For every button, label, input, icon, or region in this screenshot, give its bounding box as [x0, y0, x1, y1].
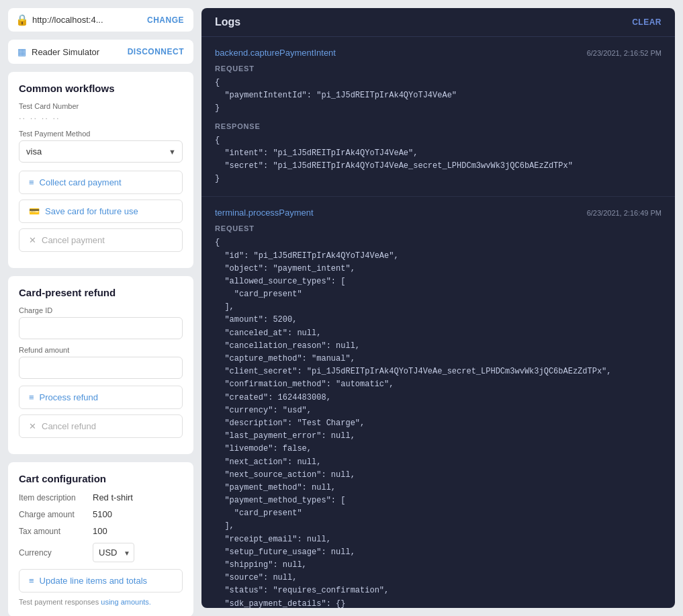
log-method-2: terminal.processPayment [215, 208, 314, 218]
tax-amount-row: Tax amount 100 [19, 526, 183, 536]
cancel-payment-icon: ✕ [29, 235, 36, 245]
card-number-value: ·· ·· ·· ·· [19, 113, 183, 123]
process-refund-label: Process refund [40, 392, 98, 402]
url-text: http://localhost:4... [32, 15, 103, 25]
url-bar-card: 🔒 http://localhost:4... CHANGE [8, 8, 193, 32]
charge-id-label: Charge ID [19, 306, 183, 314]
disconnect-button[interactable]: DISCONNECT [128, 47, 184, 56]
logs-panel: Logs CLEAR backend.capturePaymentIntent … [201, 8, 675, 608]
log-request-label-2: REQUEST [215, 224, 662, 232]
logs-body[interactable]: backend.capturePaymentIntent 6/23/2021, … [201, 37, 675, 608]
log-entry-1: backend.capturePaymentIntent 6/23/2021, … [201, 37, 675, 197]
update-label: Update line items and totals [40, 576, 147, 586]
left-panel: 🔒 http://localhost:4... CHANGE ▦ Reader … [0, 0, 201, 616]
collect-card-icon: ≡ [29, 177, 34, 187]
process-refund-button[interactable]: ≡ Process refund [19, 386, 183, 409]
footer-text: Test payment responses using amounts. [19, 598, 183, 606]
log-response-label-1: RESPONSE [215, 122, 662, 130]
reader-icon: ▦ [17, 46, 26, 57]
payment-method-select[interactable]: visa mastercard amex [19, 140, 183, 163]
reader-name: Reader Simulator [32, 47, 99, 57]
workflows-title: Common workflows [19, 83, 183, 94]
currency-row: Currency USD EUR GBP ▼ [19, 543, 183, 562]
workflows-card: Common workflows Test Card Number ·· ·· … [8, 72, 193, 268]
log-request-body-2: { "id": "pi_1J5dREITpIrAk4QYoTJ4VeAe", "… [215, 236, 662, 608]
cancel-payment-label: Cancel payment [42, 235, 105, 245]
item-description-value: Red t-shirt [93, 492, 183, 502]
cart-card: Cart configuration Item description Red … [8, 462, 193, 616]
lock-icon: 🔒 [17, 15, 27, 25]
charge-id-input[interactable] [19, 317, 183, 339]
log-method-1: backend.capturePaymentIntent [215, 48, 336, 58]
process-refund-icon: ≡ [29, 392, 34, 402]
footer-text-content: Test payment responses [19, 598, 101, 606]
log-header-row-1: backend.capturePaymentIntent 6/23/2021, … [215, 48, 662, 58]
log-entry-2: terminal.processPayment 6/23/2021, 2:16:… [201, 197, 675, 608]
refund-title: Card-present refund [19, 287, 183, 298]
logs-title: Logs [215, 16, 240, 28]
item-description-label: Item description [19, 493, 93, 502]
clear-button[interactable]: CLEAR [632, 17, 662, 27]
card-number-label: Test Card Number [19, 102, 183, 110]
refund-amount-input[interactable] [19, 357, 183, 379]
save-card-label: Save card for future use [45, 206, 138, 216]
item-description-row: Item description Red t-shirt [19, 492, 183, 502]
log-response-body-1: { "intent": "pi_1J5dREITpIrAk4QYoTJ4VeAe… [215, 134, 662, 186]
payment-method-group: Test Payment Method visa mastercard amex… [19, 130, 183, 163]
charge-amount-row: Charge amount 5100 [19, 509, 183, 519]
cart-title: Cart configuration [19, 473, 183, 484]
currency-label: Currency [19, 548, 93, 558]
collect-card-button[interactable]: ≡ Collect card payment [19, 171, 183, 194]
charge-amount-label: Charge amount [19, 510, 93, 519]
cancel-refund-label: Cancel refund [42, 421, 96, 431]
url-left: 🔒 http://localhost:4... [17, 15, 103, 25]
save-card-icon: 💳 [29, 206, 40, 216]
footer-link[interactable]: using amounts. [101, 598, 151, 606]
log-timestamp-1: 6/23/2021, 2:16:52 PM [587, 49, 662, 57]
reader-left: ▦ Reader Simulator [17, 46, 99, 57]
save-card-button[interactable]: 💳 Save card for future use [19, 200, 183, 223]
currency-select-wrapper: USD EUR GBP ▼ [93, 543, 134, 562]
logs-header: Logs CLEAR [201, 8, 675, 37]
tax-amount-label: Tax amount [19, 527, 93, 536]
cancel-refund-button[interactable]: ✕ Cancel refund [19, 414, 183, 438]
log-header-row-2: terminal.processPayment 6/23/2021, 2:16:… [215, 208, 662, 218]
collect-card-label: Collect card payment [40, 177, 122, 187]
payment-method-label: Test Payment Method [19, 130, 183, 138]
log-timestamp-2: 6/23/2021, 2:16:49 PM [587, 209, 662, 217]
tax-amount-value: 100 [93, 526, 183, 536]
log-request-label-1: REQUEST [215, 64, 662, 73]
update-line-items-button[interactable]: ≡ Update line items and totals [19, 569, 183, 592]
cancel-payment-button[interactable]: ✕ Cancel payment [19, 228, 183, 252]
card-number-group: Test Card Number ·· ·· ·· ·· [19, 102, 183, 123]
refund-amount-label: Refund amount [19, 346, 183, 354]
cancel-refund-icon: ✕ [29, 421, 36, 431]
update-icon: ≡ [29, 576, 34, 586]
currency-select[interactable]: USD EUR GBP [93, 543, 134, 562]
log-request-body-1: { "paymentIntentId": "pi_1J5dREITpIrAk4Q… [215, 77, 662, 116]
change-button[interactable]: CHANGE [147, 15, 184, 25]
refund-card: Card-present refund Charge ID Refund amo… [8, 276, 193, 454]
reader-card: ▦ Reader Simulator DISCONNECT [8, 40, 193, 64]
charge-amount-value: 5100 [93, 509, 183, 519]
payment-method-select-wrapper: visa mastercard amex ▼ [19, 140, 183, 163]
